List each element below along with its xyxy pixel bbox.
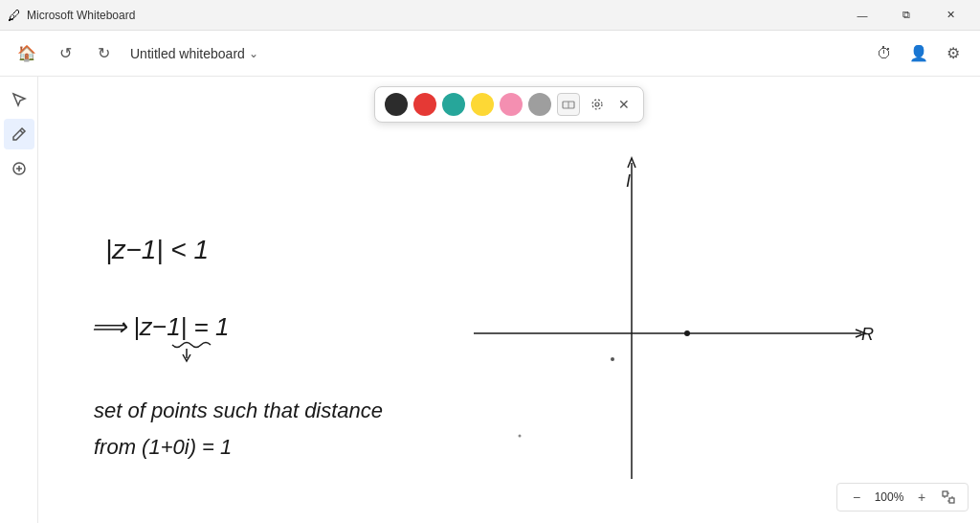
- whiteboard-name: Untitled whiteboard: [130, 46, 245, 61]
- pen-settings-button[interactable]: [586, 93, 609, 116]
- home-button[interactable]: 🏠: [11, 38, 42, 69]
- pen-toolbar-close-button[interactable]: ✕: [614, 95, 634, 114]
- pen-toolbar: ✕: [374, 86, 644, 123]
- svg-rect-14: [949, 498, 954, 503]
- svg-line-0: [20, 130, 23, 133]
- canvas-area[interactable]: ✕ |z−1| < 1 ⟹ |z−1| = 1 set of points su…: [38, 77, 980, 523]
- app-icon: 🖊: [8, 8, 21, 23]
- zoom-fit-button[interactable]: [937, 486, 960, 509]
- undo-button[interactable]: ↺: [50, 38, 80, 69]
- titlebar: 🖊 Microsoft Whiteboard — ⧉ ✕: [0, 0, 980, 31]
- color-black[interactable]: [385, 93, 408, 116]
- handwriting-line-1: |z−1| < 1: [105, 235, 209, 264]
- zoom-controls: − 100% +: [836, 483, 969, 512]
- small-dot: [611, 357, 614, 361]
- eraser-button[interactable]: [557, 93, 580, 116]
- select-tool-button[interactable]: [4, 84, 34, 115]
- titlebar-left: 🖊 Microsoft Whiteboard: [8, 8, 135, 23]
- appbar-right: ⏱ 👤 ⚙: [869, 38, 969, 69]
- add-tool-button[interactable]: [4, 153, 34, 184]
- color-yellow[interactable]: [471, 93, 494, 116]
- svg-rect-13: [943, 491, 947, 496]
- restore-button[interactable]: ⧉: [884, 0, 928, 31]
- svg-text:|z−1| < 1: |z−1| < 1: [105, 235, 209, 264]
- zoom-level: 100%: [872, 490, 906, 504]
- svg-text:set of points such that distan: set of points such that distance: [94, 398, 383, 422]
- svg-text:⟹  |z−1| = 1: ⟹ |z−1| = 1: [91, 312, 229, 341]
- titlebar-title: Microsoft Whiteboard: [27, 9, 135, 22]
- settings-button[interactable]: ⚙: [938, 38, 969, 69]
- left-panel: [0, 77, 38, 523]
- whiteboard-canvas: |z−1| < 1 ⟹ |z−1| = 1 set of points such…: [38, 77, 980, 523]
- minimize-button[interactable]: —: [840, 0, 884, 31]
- share-button[interactable]: 👤: [903, 38, 934, 69]
- whiteboard-title-area[interactable]: Untitled whiteboard ⌄: [130, 46, 258, 61]
- pen-tool-button[interactable]: [4, 119, 34, 149]
- appbar: 🏠 ↺ ↻ Untitled whiteboard ⌄ ⏱ 👤 ⚙: [0, 31, 980, 77]
- color-teal[interactable]: [442, 93, 465, 116]
- color-gray[interactable]: [528, 93, 551, 116]
- svg-text:from  (1+0i)  = 1: from (1+0i) = 1: [94, 435, 232, 459]
- handwriting-line-3: set of points such that distance: [94, 398, 383, 422]
- svg-point-6: [595, 102, 599, 106]
- close-button[interactable]: ✕: [928, 0, 972, 31]
- y-axis-label: I: [626, 171, 631, 191]
- title-dropdown-icon: ⌄: [249, 47, 258, 60]
- zoom-out-button[interactable]: −: [845, 486, 868, 509]
- zoom-in-button[interactable]: +: [910, 486, 933, 509]
- titlebar-controls: — ⧉ ✕: [840, 0, 972, 31]
- redo-button[interactable]: ↻: [88, 38, 119, 69]
- axis-point: [684, 330, 690, 336]
- timer-button[interactable]: ⏱: [869, 38, 900, 69]
- svg-point-7: [592, 100, 602, 109]
- dot-2: [519, 435, 522, 438]
- color-red[interactable]: [413, 93, 436, 116]
- handwriting-line-2: ⟹ |z−1| = 1: [91, 312, 229, 361]
- x-axis-label: R: [861, 325, 874, 344]
- main-area: ✕ |z−1| < 1 ⟹ |z−1| = 1 set of points su…: [0, 77, 980, 523]
- color-pink[interactable]: [500, 93, 523, 116]
- handwriting-line-4: from (1+0i) = 1: [94, 435, 232, 459]
